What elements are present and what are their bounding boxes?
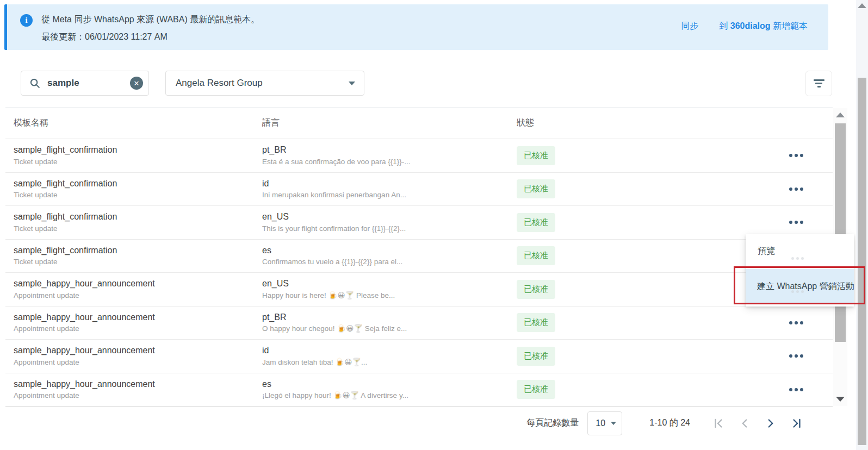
template-category: Appointment update <box>14 291 262 301</box>
template-category: Appointment update <box>14 324 262 334</box>
message-preview: ¡Llegó el happy hour! 🍺😀🍸 A divertirse y… <box>262 391 517 401</box>
template-category: Ticket update <box>14 224 262 234</box>
sync-link[interactable]: 同步 <box>681 21 698 32</box>
status-badge: 已核准 <box>517 246 555 265</box>
header-template-name: 模板名稱 <box>5 117 262 129</box>
menu-item-preview[interactable]: 預覽 <box>746 234 854 268</box>
filter-button[interactable] <box>805 71 832 96</box>
template-name: sample_happy_hour_announcement <box>14 345 262 357</box>
scroll-up-icon[interactable] <box>858 3 866 8</box>
page-scrollbar[interactable] <box>856 0 868 450</box>
filter-icon <box>814 79 824 88</box>
status-badge: 已核准 <box>517 179 555 198</box>
status-badge: 已核准 <box>517 380 555 399</box>
first-page-icon[interactable] <box>705 412 731 434</box>
template-category: Ticket update <box>14 157 262 167</box>
next-page-icon[interactable] <box>758 412 784 434</box>
template-category: Appointment update <box>14 391 262 401</box>
template-name: sample_happy_hour_announcement <box>14 278 262 290</box>
scroll-up-icon[interactable] <box>836 112 845 117</box>
add-template-link[interactable]: 到 360dialog 新增範本 <box>719 21 808 32</box>
add-template-suffix: 新增範本 <box>771 21 808 30</box>
table-row[interactable]: sample_flight_confirmation Ticket update… <box>5 240 833 273</box>
more-actions-icon[interactable] <box>788 318 804 328</box>
language-code: pt_BR <box>262 145 517 156</box>
add-template-brand: 360dialog <box>730 21 771 30</box>
status-badge: 已核准 <box>517 280 555 299</box>
account-dropdown[interactable]: Angela Resort Group <box>165 71 364 96</box>
last-updated-text: 最後更新：06/01/2023 11:27 AM <box>41 32 259 43</box>
table-row[interactable]: sample_happy_hour_announcement Appointme… <box>5 273 833 307</box>
menu-item-create-campaign[interactable]: 建立 WhatsApp 營銷活動 <box>746 269 854 304</box>
table-row[interactable]: sample_flight_confirmation Ticket update… <box>5 139 833 173</box>
table-scrollbar-thumb[interactable] <box>835 123 846 342</box>
prev-page-icon[interactable] <box>731 412 758 434</box>
row-context-menu: 預覽 建立 WhatsApp 營銷活動 <box>746 234 854 307</box>
status-badge: 已核准 <box>517 146 555 165</box>
language-code: id <box>262 345 517 357</box>
scroll-down-icon[interactable] <box>836 397 845 402</box>
toolbar: ✕ Angela Resort Group <box>21 71 832 96</box>
status-badge: 已核准 <box>517 347 555 366</box>
message-preview: Esta é a sua confirmação de voo para {{1… <box>262 157 517 167</box>
page-scrollbar-thumb[interactable] <box>858 78 866 445</box>
language-code: en_US <box>262 278 517 290</box>
language-code: en_US <box>262 211 517 223</box>
more-actions-icon[interactable] <box>788 151 804 160</box>
template-name: sample_happy_hour_announcement <box>14 379 262 390</box>
table-header: 模板名稱 語言 狀態 <box>5 107 833 139</box>
template-category: Appointment update <box>14 358 262 367</box>
pagination-bar: 每頁記錄數量 10 1-10 的 24 <box>5 407 833 439</box>
language-code: id <box>262 178 517 190</box>
per-page-select[interactable]: 10 <box>587 411 622 435</box>
search-box[interactable]: ✕ <box>21 71 149 96</box>
ghost-dots <box>791 257 804 260</box>
search-icon <box>29 77 41 89</box>
table-row[interactable]: sample_happy_hour_announcement Appointme… <box>5 373 833 407</box>
chevron-down-icon <box>611 422 616 425</box>
table-row[interactable]: sample_flight_confirmation Ticket update… <box>5 206 833 240</box>
template-name: sample_flight_confirmation <box>14 245 262 257</box>
last-page-icon[interactable] <box>784 412 810 434</box>
more-actions-icon[interactable] <box>788 217 804 227</box>
more-actions-icon[interactable] <box>788 184 804 194</box>
page-range-text: 1-10 的 24 <box>649 417 690 429</box>
message-preview: This is your flight confirmation for {{1… <box>262 224 517 234</box>
template-name: sample_flight_confirmation <box>14 145 262 156</box>
ghost-dots <box>791 290 804 293</box>
template-name: sample_flight_confirmation <box>14 211 262 223</box>
templates-table: 模板名稱 語言 狀態 sample_flight_confirmation Ti… <box>5 107 833 407</box>
more-actions-icon[interactable] <box>788 385 804 395</box>
message-preview: Confirmamos tu vuelo a {{1}}-{{2}} para … <box>262 257 517 267</box>
banner-message: 從 Meta 同步 WhatsApp 來源 (WABA) 最新的訊息範本。 <box>41 14 259 26</box>
message-preview: Happy hour is here! 🍺😀🍸 Please be... <box>262 291 517 301</box>
account-dropdown-value: Angela Resort Group <box>176 78 263 89</box>
templates-page: i 從 Meta 同步 WhatsApp 來源 (WABA) 最新的訊息範本。 … <box>0 0 868 450</box>
per-page-label: 每頁記錄數量 <box>526 417 579 429</box>
status-badge: 已核准 <box>517 313 555 332</box>
header-language: 語言 <box>262 117 517 129</box>
add-template-prefix: 到 <box>719 21 730 30</box>
message-preview: Jam diskon telah tiba! 🍺😀🍸... <box>262 358 517 367</box>
info-icon: i <box>20 14 33 27</box>
search-input[interactable] <box>47 78 130 89</box>
language-code: es <box>262 245 517 257</box>
clear-search-icon[interactable]: ✕ <box>130 77 143 90</box>
header-status: 狀態 <box>517 117 680 129</box>
chevron-down-icon <box>349 82 355 85</box>
table-row[interactable]: sample_happy_hour_announcement Appointme… <box>5 340 833 373</box>
template-name: sample_happy_hour_announcement <box>14 312 262 323</box>
table-body: sample_flight_confirmation Ticket update… <box>5 139 833 407</box>
sync-info-banner: i 從 Meta 同步 WhatsApp 來源 (WABA) 最新的訊息範本。 … <box>4 4 828 50</box>
per-page-value: 10 <box>596 418 605 428</box>
message-preview: Ini merupakan konfirmasi penerbangan An.… <box>262 190 517 200</box>
table-row[interactable]: sample_happy_hour_announcement Appointme… <box>5 307 833 340</box>
more-actions-icon[interactable] <box>788 351 804 361</box>
status-badge: 已核准 <box>517 213 555 232</box>
message-preview: O happy hour chegou! 🍺😀🍸 Seja feliz e... <box>262 324 517 334</box>
template-category: Ticket update <box>14 257 262 267</box>
language-code: es <box>262 379 517 390</box>
language-code: pt_BR <box>262 312 517 323</box>
template-name: sample_flight_confirmation <box>14 178 262 190</box>
table-row[interactable]: sample_flight_confirmation Ticket update… <box>5 173 833 207</box>
